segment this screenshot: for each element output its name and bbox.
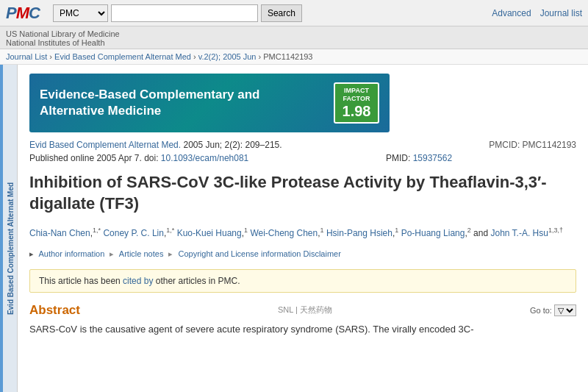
author-1-sup: 1,*: [93, 227, 101, 234]
journal-banner-title: Evidence-Based Complementary andAlternat…: [40, 87, 334, 119]
author-4[interactable]: Wei-Cheng Chen: [250, 228, 318, 238]
copyright-link[interactable]: Copyright and License information: [179, 249, 301, 258]
link-bullet-1: ▸: [29, 249, 34, 258]
article-meta: Evid Based Complement Alternat Med. 2005…: [29, 140, 576, 150]
author-5[interactable]: Hsin-Pang Hsieh: [326, 228, 392, 238]
author-3-sup: 1: [244, 227, 248, 234]
doi-link[interactable]: 10.1093/ecam/neh081: [161, 153, 248, 163]
published-online: Published online 2005 Apr 7.: [29, 153, 142, 163]
article-meta-right: PMCID: PMC1142193: [489, 140, 576, 150]
pmid-label: PMID:: [386, 153, 410, 163]
journal-ref-link[interactable]: Evid Based Complement Alternat Med.: [29, 140, 181, 150]
journal-list-link[interactable]: Journal list: [540, 8, 582, 18]
breadcrumb-sep2: ›: [193, 52, 198, 61]
dot-1: ▸: [110, 249, 114, 258]
nih-institutes: National Institutes of Health: [6, 38, 582, 47]
author-2[interactable]: Coney P. C. Lin: [103, 228, 164, 238]
citation-before: This article has been: [39, 276, 123, 286]
impact-factor-value: 1.98: [341, 103, 372, 119]
author-5-sup: 1: [395, 227, 398, 234]
sidebar-journal-label: Evid Based Complement Alternat Med: [6, 182, 14, 315]
search-bar: PMC PubMed Books Search: [53, 4, 302, 22]
abstract-text: SARS-CoV is the causative agent of sever…: [29, 322, 576, 337]
left-sidebar: Evid Based Complement Alternat Med: [3, 65, 18, 392]
author-4-sup: 1: [320, 227, 324, 234]
nih-header: US National Library of Medicine National…: [0, 26, 588, 49]
author-7[interactable]: John T.-A. Hsu: [490, 228, 548, 238]
abstract-snl: SNL | 天然药物: [278, 304, 332, 316]
abstract-title: Abstract: [29, 303, 80, 318]
author-3[interactable]: Kuo-Kuei Huang: [177, 228, 242, 238]
top-bar: PMC PMC PubMed Books Search Advanced Jou…: [0, 0, 588, 26]
author-1[interactable]: Chia-Nan Chen: [29, 228, 90, 238]
author-6[interactable]: Po-Huang Liang: [401, 228, 465, 238]
article-links: ▸ Author information ▸ Article notes ▸ C…: [29, 249, 576, 259]
goto-box: Go to: ▽: [530, 304, 576, 316]
article-meta-left: Evid Based Complement Alternat Med. 2005…: [29, 140, 282, 150]
dot-2: ▸: [168, 249, 173, 258]
abstract-header: Abstract SNL | 天然药物 Go to: ▽: [29, 303, 576, 318]
doi-line: Published online 2005 Apr 7. doi: 10.109…: [29, 153, 576, 163]
author-7-sup: 1,3,†: [548, 227, 563, 234]
article-date: 2005 Jun; 2(2): 209–215.: [183, 140, 282, 150]
cited-by-link[interactable]: cited by: [123, 276, 153, 286]
breadcrumb: Journal List › Evid Based Complement Alt…: [0, 49, 588, 65]
author-6-sup: 2: [467, 227, 471, 234]
impact-factor-label: IMPACTFACTOR: [341, 87, 372, 103]
pmid-link[interactable]: 15937562: [413, 153, 452, 163]
pmcid-label: PMCID: PMC1142193: [489, 140, 576, 150]
goto-label: Go to:: [530, 306, 552, 315]
nav-links: Advanced Journal list: [492, 8, 582, 18]
breadcrumb-journal-list[interactable]: Journal List: [6, 52, 47, 61]
authors: Chia-Nan Chen,1,* Coney P. C. Lin,1,* Ku…: [29, 224, 576, 242]
goto-select[interactable]: ▽: [554, 304, 576, 316]
breadcrumb-journal[interactable]: Evid Based Complement Alternat Med: [54, 52, 191, 61]
search-button[interactable]: Search: [261, 4, 302, 22]
citation-notice: This article has been cited by other art…: [29, 269, 576, 293]
search-select[interactable]: PMC PubMed Books: [53, 4, 108, 22]
pmc-logo: PMC: [6, 4, 40, 23]
impact-factor-box: IMPACTFACTOR 1.98: [334, 82, 379, 124]
doi-label: doi:: [144, 153, 158, 163]
search-input[interactable]: [111, 4, 258, 22]
citation-after: other articles in PMC.: [156, 276, 240, 286]
author-2-sup: 1,*: [166, 227, 174, 234]
breadcrumb-pmcid: PMC1142193: [263, 52, 312, 61]
main-content: Evidence-Based Complementary andAlternat…: [18, 65, 588, 392]
nih-us-library: US National Library of Medicine: [6, 29, 582, 38]
article-notes-link[interactable]: Article notes: [119, 249, 164, 258]
author-info-link[interactable]: Author information: [38, 249, 104, 258]
journal-banner: Evidence-Based Complementary andAlternat…: [29, 74, 390, 132]
article-title: Inhibition of SARS-CoV 3C-like Protease …: [29, 172, 576, 214]
breadcrumb-volume[interactable]: v.2(2); 2005 Jun: [198, 52, 257, 61]
disclaimer-link[interactable]: Disclaimer: [304, 249, 341, 258]
advanced-link[interactable]: Advanced: [492, 8, 531, 18]
layout: Evid Based Complement Alternat Med Evide…: [0, 65, 588, 392]
